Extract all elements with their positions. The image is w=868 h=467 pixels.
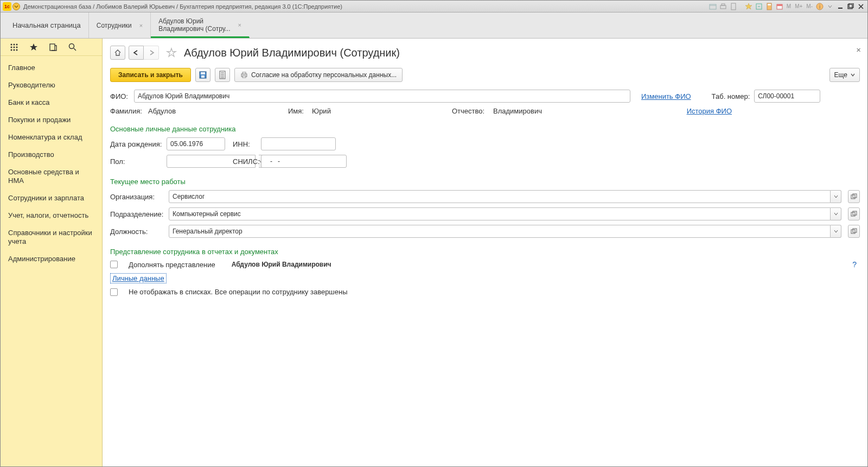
fio-label: ФИО: — [110, 92, 130, 100]
sidebar-item-assets[interactable]: Основные средства и НМА — [1, 163, 102, 190]
svg-rect-11 — [848, 4, 852, 9]
repr-bold-name: Абдулов Юрий Владимирович — [232, 261, 331, 268]
tab-employee-label-2: Владимирович (Сотру... — [158, 25, 230, 33]
dob-input[interactable] — [167, 137, 225, 150]
system-menu-dropdown[interactable] — [12, 3, 20, 10]
favorite-toggle-icon[interactable] — [165, 47, 177, 59]
svg-rect-1 — [720, 5, 726, 9]
tabnum-label: Таб. номер: — [712, 92, 750, 100]
org-input[interactable] — [169, 190, 831, 203]
sidebar-item-settings[interactable]: Справочники и настройки учета — [1, 224, 102, 250]
apps-grid-icon[interactable] — [9, 42, 19, 52]
more-button-label: Еще — [834, 71, 847, 79]
dropdown-icon[interactable] — [826, 2, 834, 11]
surname-value: Абдулов — [148, 107, 284, 115]
tabnum-input[interactable] — [754, 90, 820, 103]
toolbar-icon-1[interactable] — [709, 2, 717, 11]
calendar-icon[interactable] — [775, 2, 784, 11]
hide-checkbox[interactable] — [110, 288, 118, 296]
surname-label: Фамилия: — [110, 107, 144, 115]
personal-data-link[interactable]: Личные данные — [110, 273, 167, 283]
link-icon[interactable] — [755, 2, 763, 11]
org-open-button[interactable] — [848, 190, 860, 203]
tab-employees-label: Сотрудники — [97, 22, 132, 29]
svg-point-19 — [11, 49, 12, 51]
svg-rect-22 — [50, 44, 55, 51]
sidebar-item-admin[interactable]: Администрирование — [1, 250, 102, 268]
sidebar-item-accounting[interactable]: Учет, налоги, отчетность — [1, 207, 102, 224]
tab-close-icon[interactable]: × — [238, 22, 241, 28]
hide-label: Не отображать в списках. Все операции по… — [129, 288, 348, 296]
svg-point-21 — [16, 49, 18, 51]
calculator-icon[interactable] — [765, 2, 774, 11]
repr-checkbox[interactable] — [110, 261, 118, 268]
content-area: × Абдулов Юрий Владимирович (Сотрудник) … — [103, 39, 867, 466]
svg-point-17 — [14, 46, 15, 48]
forward-button[interactable] — [144, 46, 159, 60]
tab-employee-card[interactable]: Абдулов Юрий Владимирович (Сотру... × — [151, 12, 250, 38]
inn-input[interactable] — [261, 137, 336, 150]
sidebar-item-trade[interactable]: Покупки и продажи — [1, 111, 102, 129]
pos-input[interactable] — [169, 225, 831, 238]
dept-dropdown-button[interactable] — [831, 207, 841, 220]
change-fio-link[interactable]: Изменить ФИО — [641, 92, 691, 100]
pos-label: Должность: — [110, 228, 164, 236]
svg-rect-3 — [731, 3, 736, 10]
sidebar-item-inventory[interactable]: Номенклатура и склад — [1, 129, 102, 146]
history-icon[interactable] — [48, 42, 58, 52]
tab-close-icon[interactable]: × — [139, 22, 143, 29]
consent-button-label: Согласие на обработку персональных данны… — [251, 71, 397, 79]
back-button[interactable] — [129, 46, 144, 60]
tab-home[interactable]: Начальная страница — [5, 12, 89, 38]
sidebar-item-hr[interactable]: Сотрудники и зарплата — [1, 190, 102, 207]
svg-rect-26 — [201, 75, 205, 78]
history-fio-link[interactable]: История ФИО — [687, 107, 732, 115]
mem-mplus[interactable]: M+ — [794, 3, 803, 9]
patr-label: Отчество: — [452, 107, 489, 115]
doc-icon[interactable] — [729, 2, 738, 11]
more-button[interactable]: Еще — [829, 68, 860, 82]
consent-button[interactable]: Согласие на обработку персональных данны… — [234, 68, 403, 82]
sidebar-item-manager[interactable]: Руководителю — [1, 77, 102, 94]
dept-input[interactable] — [169, 207, 831, 220]
command-bar: Записать и закрыть Согласие на обработку… — [110, 68, 860, 82]
repr-check-label: Дополнять представление — [129, 261, 215, 269]
star-icon[interactable] — [29, 42, 39, 52]
pos-dropdown-button[interactable] — [831, 225, 841, 238]
minimize-button[interactable] — [836, 3, 845, 10]
svg-point-14 — [14, 43, 15, 45]
close-form-button[interactable]: × — [856, 45, 861, 54]
sidebar-item-production[interactable]: Производство — [1, 146, 102, 163]
tab-employee-label-1: Абдулов Юрий — [158, 17, 230, 25]
mem-m[interactable]: M — [786, 3, 792, 9]
name-label: Имя: — [288, 107, 308, 115]
fio-input[interactable] — [134, 90, 630, 103]
sidebar-item-bank[interactable]: Банк и касса — [1, 94, 102, 111]
tab-employees[interactable]: Сотрудники × — [89, 12, 151, 38]
pos-open-button[interactable] — [848, 225, 860, 238]
list-button[interactable] — [215, 68, 230, 82]
inn-label: ИНН: — [233, 140, 257, 148]
page-title: Абдулов Юрий Владимирович (Сотрудник) — [184, 47, 400, 59]
section-repr: Представление сотрудника в отчетах и док… — [110, 248, 860, 256]
maximize-button[interactable] — [846, 3, 855, 10]
snils-input[interactable] — [261, 155, 347, 168]
close-window-button[interactable] — [857, 3, 865, 10]
save-button[interactable] — [195, 68, 210, 82]
search-icon[interactable] — [68, 42, 78, 52]
print-icon[interactable] — [719, 2, 727, 11]
mem-mminus[interactable]: M- — [805, 3, 814, 9]
info-icon[interactable]: i — [815, 2, 824, 11]
tab-home-label: Начальная страница — [12, 21, 81, 29]
sex-label: Пол: — [110, 157, 162, 166]
org-dropdown-button[interactable] — [831, 190, 841, 203]
home-button[interactable] — [110, 46, 125, 60]
save-close-button[interactable]: Записать и закрыть — [110, 68, 191, 82]
section-personal: Основные личные данные сотрудника — [110, 125, 860, 133]
help-icon[interactable]: ? — [852, 260, 860, 269]
dept-open-button[interactable] — [848, 207, 860, 220]
window-title: Демонстрационная база / Любимов Валерий … — [23, 3, 709, 10]
titlebar: 1c Демонстрационная база / Любимов Валер… — [1, 1, 867, 12]
favorite-star-icon[interactable] — [744, 2, 753, 11]
sidebar-item-main[interactable]: Главное — [1, 59, 102, 77]
